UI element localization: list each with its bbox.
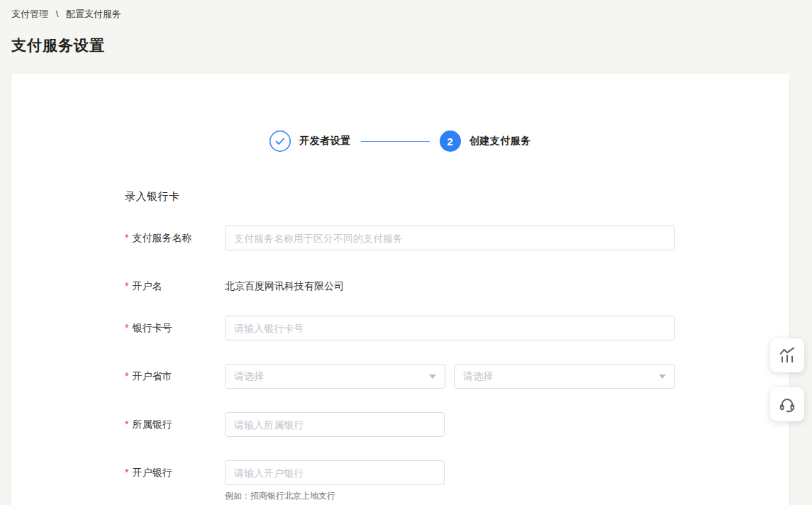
required-asterisk: *	[125, 418, 128, 430]
field-label: *银行卡号	[125, 316, 225, 340]
floating-toolbar	[770, 338, 804, 421]
required-asterisk: *	[125, 232, 128, 243]
breadcrumb-separator: \	[56, 9, 59, 19]
field-label: *开户银行	[125, 460, 225, 485]
field-bank-card-number: *银行卡号	[125, 316, 789, 340]
affiliated-bank-input[interactable]	[225, 412, 445, 437]
required-asterisk: *	[125, 322, 128, 333]
opening-bank-hint: 例如：招商银行北京上地支行	[225, 490, 445, 502]
required-asterisk: *	[125, 370, 128, 382]
field-affiliated-bank: *所属银行	[125, 412, 789, 437]
required-asterisk: *	[125, 467, 128, 478]
field-label: *开户名	[125, 274, 225, 299]
field-opening-bank: *开户银行 例如：招商银行北京上地支行	[125, 460, 789, 502]
chevron-down-icon	[429, 374, 436, 379]
chart-analytics-icon	[778, 346, 796, 365]
page-title: 支付服务设置	[11, 35, 105, 55]
step-create-payment-service: 2 创建支付服务	[440, 131, 531, 152]
support-button[interactable]	[770, 387, 804, 421]
field-account-name: *开户名 北京百度网讯科技有限公司	[125, 274, 789, 299]
account-name-value: 北京百度网讯科技有限公司	[225, 274, 344, 299]
city-select[interactable]: 请选择	[454, 364, 675, 389]
breadcrumb-parent[interactable]: 支付管理	[11, 9, 48, 19]
payment-service-name-input[interactable]	[225, 226, 675, 250]
stepper: 开发者设置 2 创建支付服务	[11, 74, 789, 152]
breadcrumb: 支付管理 \ 配置支付服务	[11, 9, 121, 20]
breadcrumb-current: 配置支付服务	[66, 9, 121, 19]
step-completed-check-icon	[269, 131, 291, 152]
step-label: 创建支付服务	[469, 135, 531, 148]
content-card: 开发者设置 2 创建支付服务 录入银行卡 *支付服务名称 *开户名 北京百度网讯…	[11, 74, 789, 505]
bank-card-number-input[interactable]	[225, 316, 675, 340]
headset-support-icon	[778, 395, 796, 414]
step-number-badge: 2	[440, 131, 461, 152]
step-developer-settings[interactable]: 开发者设置	[269, 131, 351, 152]
required-asterisk: *	[125, 280, 128, 292]
field-payment-service-name: *支付服务名称	[125, 226, 789, 250]
chevron-down-icon	[659, 374, 666, 379]
analytics-button[interactable]	[770, 338, 804, 372]
field-label: *所属银行	[125, 412, 225, 437]
province-select[interactable]: 请选择	[225, 364, 445, 389]
step-label: 开发者设置	[299, 135, 351, 148]
opening-bank-input[interactable]	[225, 460, 445, 485]
field-label: *开户省市	[125, 364, 225, 389]
stepper-connector-line	[361, 141, 430, 142]
bank-card-form: 录入银行卡 *支付服务名称 *开户名 北京百度网讯科技有限公司 *银行卡号 *开…	[11, 190, 789, 502]
section-title: 录入银行卡	[125, 190, 789, 204]
field-province-city: *开户省市 请选择 请选择	[125, 364, 789, 389]
field-label: *支付服务名称	[125, 226, 225, 250]
